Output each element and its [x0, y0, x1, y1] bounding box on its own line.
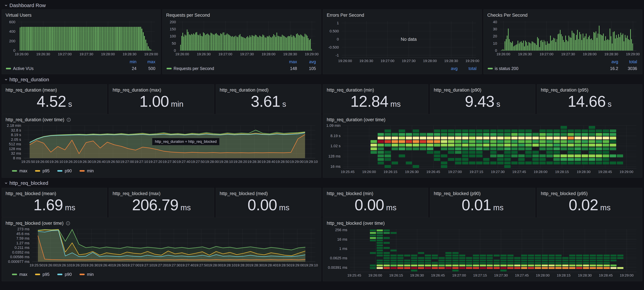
- panel-title[interactable]: Virtual Users: [6, 13, 32, 18]
- panel-title[interactable]: Checks Per Second: [488, 13, 528, 18]
- panel-title[interactable]: http_req_blocked (p90): [434, 191, 481, 196]
- info-icon[interactable]: [66, 118, 71, 122]
- bar: [548, 44, 548, 50]
- legend-item-label[interactable]: p90: [65, 272, 72, 277]
- stat-value-number: 0.02: [569, 197, 598, 212]
- panel-title[interactable]: Requests per Second: [166, 13, 210, 18]
- panel-title[interactable]: http_req_blocked (p95): [541, 191, 588, 196]
- heatmap-cell: [504, 154, 511, 157]
- info-icon[interactable]: [66, 221, 70, 226]
- bar: [509, 39, 510, 50]
- panel-title[interactable]: http_req_duration (p95): [541, 88, 588, 93]
- legend-stat-name[interactable]: max: [136, 59, 156, 64]
- heatmap-cell: [603, 144, 609, 146]
- row-header-http-req-blocked[interactable]: http_req_blocked: [2, 178, 642, 187]
- panel-title[interactable]: http_req_duration (med): [220, 88, 268, 93]
- heatmap-cell: [583, 262, 589, 264]
- heatmap-cell: [390, 254, 397, 256]
- legend-stat-name[interactable]: total: [458, 66, 476, 71]
- panel-title[interactable]: Errors Per Second: [327, 13, 364, 18]
- panel-title[interactable]: http_req_blocked (mean): [6, 191, 56, 196]
- panel-title[interactable]: http_req_duration (over time): [6, 117, 64, 122]
- bar: [78, 27, 79, 50]
- heatmap-cell: [568, 136, 574, 140]
- legend-stat-name[interactable]: total: [618, 59, 637, 64]
- legend-item-label[interactable]: min: [87, 272, 94, 277]
- heatmap-cell: [466, 257, 472, 259]
- legend-stat-name[interactable]: max: [278, 59, 297, 64]
- bar: [282, 35, 282, 50]
- row-header-dashboard-row[interactable]: Dashboard Row: [2, 0, 642, 10]
- heatmap-cell: [490, 162, 497, 164]
- heatmap-cell: [589, 140, 595, 143]
- legend-item[interactable]: max: [12, 168, 27, 173]
- heatmap-cell: [604, 264, 610, 266]
- legend-item[interactable]: min: [80, 272, 94, 277]
- row-gridline: [343, 161, 636, 161]
- legend-item[interactable]: p95: [35, 272, 50, 277]
- legend-stat-name[interactable]: min: [118, 59, 136, 64]
- panel-title[interactable]: http_req_blocked (max): [112, 191, 160, 196]
- heatmap-cell: [518, 147, 525, 150]
- heatmap-cell: [610, 133, 616, 136]
- heatmap-cell: [399, 140, 405, 143]
- heatmap-cell: [574, 158, 581, 161]
- bar: [260, 36, 261, 50]
- heatmap-cell: [554, 130, 560, 132]
- legend-item-label[interactable]: max: [20, 168, 27, 173]
- legend-item-label[interactable]: p90: [65, 168, 72, 173]
- panel-title[interactable]: http_req_blocked (med): [220, 191, 268, 196]
- legend-stat-value: 24: [118, 66, 136, 71]
- bar: [272, 36, 273, 50]
- panel-title[interactable]: http_req_duration (max): [112, 88, 161, 93]
- legend-stat-name[interactable]: avg: [439, 66, 458, 71]
- legend-series[interactable]: Requests per Second: [166, 66, 214, 71]
- heatmap-cell: [590, 262, 596, 264]
- legend-series-label[interactable]: Requests per Second: [174, 66, 214, 71]
- heatmap-cell: [604, 267, 610, 269]
- heatmap-cell: [446, 254, 452, 256]
- legend-item-label[interactable]: max: [20, 272, 27, 277]
- panel-title[interactable]: http_req_blocked (min): [327, 191, 373, 196]
- panel-title[interactable]: http_req_duration (min): [327, 88, 374, 93]
- legend-item[interactable]: p95: [35, 168, 50, 173]
- panel-header: http_req_duration (over time): [2, 114, 321, 123]
- legend-item-label[interactable]: min: [87, 168, 94, 173]
- heatmap-cell: [603, 147, 609, 150]
- plot-area: 0.000977 ms0.00586 ms0.0352 ms0.211 ms1.…: [32, 229, 315, 262]
- legend-stat-name[interactable]: avg: [297, 59, 316, 64]
- panel-title[interactable]: http_req_blocked (over time): [327, 221, 385, 226]
- legend-series-label[interactable]: is status 200: [495, 66, 518, 71]
- legend-series-label[interactable]: Active VUs: [13, 66, 34, 71]
- stat-value: 0.01ms: [430, 197, 535, 217]
- legend-item[interactable]: max: [12, 272, 27, 277]
- legend-item-label[interactable]: p95: [42, 168, 50, 173]
- row-header-http-req-duration[interactable]: http_req_duration: [2, 74, 642, 84]
- bar: [564, 42, 565, 50]
- heatmap-cell: [589, 133, 595, 136]
- bar: [304, 37, 304, 50]
- panel-title[interactable]: http_req_duration (p90): [434, 88, 481, 93]
- legend-stat-name[interactable]: avg: [599, 59, 618, 64]
- panel-title[interactable]: http_req_duration (over time): [327, 117, 386, 122]
- stat-value-unit: s: [282, 100, 286, 108]
- plot-area: 01020304019:26:0019:26:3019:27:0019:27:3…: [500, 21, 636, 51]
- legend-item[interactable]: p90: [57, 272, 72, 277]
- legend-series[interactable]: Active VUs: [6, 66, 34, 71]
- legend-swatch-icon: [488, 68, 493, 69]
- bar: [232, 36, 233, 50]
- legend-item-label[interactable]: p95: [42, 272, 50, 277]
- panel-title[interactable]: http_req_blocked (over time): [6, 221, 64, 226]
- heatmap-cell: [418, 264, 424, 266]
- bar: [208, 34, 209, 50]
- legend-series[interactable]: is status 200: [488, 66, 518, 71]
- heatmap-cell: [448, 147, 454, 150]
- legend-item[interactable]: min: [80, 168, 94, 173]
- bar: [243, 37, 244, 50]
- bar: [207, 34, 208, 50]
- bar: [274, 35, 275, 50]
- legend-item[interactable]: p90: [57, 168, 72, 173]
- heatmap-cell: [399, 144, 405, 146]
- panel-title[interactable]: http_req_duration (mean): [6, 88, 57, 93]
- x-axis-label: 19:27:00: [381, 59, 394, 62]
